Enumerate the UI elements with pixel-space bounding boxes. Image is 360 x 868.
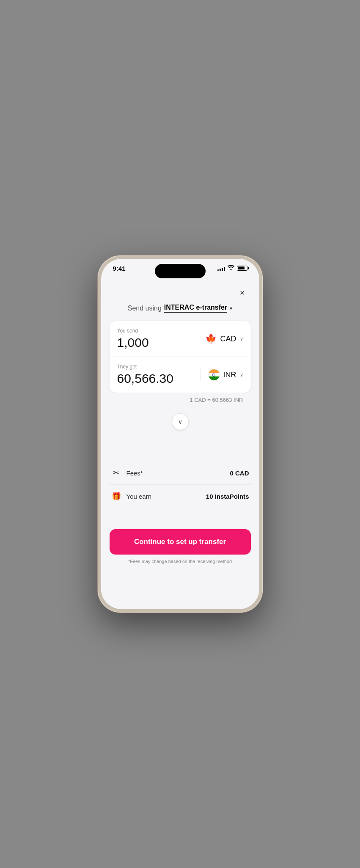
earn-row: 🎁 You earn 10 InstaPoints xyxy=(110,485,251,508)
close-button[interactable]: × xyxy=(236,286,249,299)
receive-label-text: They get xyxy=(117,364,200,370)
phone-screen: 9:41 xyxy=(101,259,259,609)
fees-label: Fees* xyxy=(126,470,230,477)
receive-currency-code: INR xyxy=(223,371,236,379)
continue-button[interactable]: Continue to set up transfer xyxy=(110,529,251,555)
chevron-down-icon: ∨ xyxy=(178,418,182,425)
fees-value: 0 CAD xyxy=(230,470,249,477)
close-button-area: × xyxy=(110,282,251,304)
receive-amount-section: They get 60,566.30 xyxy=(117,364,200,386)
send-currency-code: CAD xyxy=(220,335,236,343)
phone-frame: 9:41 xyxy=(98,255,263,613)
cta-section: Continue to set up transfer *Fees may ch… xyxy=(110,529,251,564)
send-label-text: You send xyxy=(117,328,197,334)
fees-section: ✂ Fees* 0 CAD 🎁 You earn 10 InstaPoints xyxy=(110,461,251,508)
send-label: Send using xyxy=(128,305,162,312)
currency-card: You send 1,000 🍁 CAD ∨ They get xyxy=(110,321,251,393)
gift-icon: 🎁 xyxy=(111,492,121,501)
cad-flag: 🍁 xyxy=(205,333,217,345)
scissors-icon: ✂ xyxy=(111,468,121,478)
receive-amount-value[interactable]: 60,566.30 xyxy=(117,371,200,386)
screen-content: × Send using INTERAC e-transfer ▾ You se… xyxy=(101,282,259,609)
fees-row: ✂ Fees* 0 CAD xyxy=(110,461,251,485)
wifi-icon xyxy=(228,265,234,271)
receive-currency-caret: ∨ xyxy=(240,372,243,378)
signal-icon xyxy=(217,266,225,271)
receive-currency-selector[interactable]: INR ∨ xyxy=(200,369,243,381)
send-amount-section: You send 1,000 xyxy=(117,328,197,350)
send-currency-selector[interactable]: 🍁 CAD ∨ xyxy=(197,333,243,345)
battery-icon xyxy=(237,266,247,271)
exchange-rate: 1 CAD = 60.5663 INR xyxy=(110,393,251,407)
status-icons xyxy=(217,265,247,271)
status-time: 9:41 xyxy=(113,265,126,272)
fees-disclaimer: *Fees may change based on the receiving … xyxy=(110,559,251,564)
earn-label: You earn xyxy=(126,493,206,500)
receive-row: They get 60,566.30 INR ∨ xyxy=(110,357,251,393)
inr-flag xyxy=(208,369,220,381)
canada-flag-emoji: 🍁 xyxy=(205,334,217,343)
send-amount-value[interactable]: 1,000 xyxy=(117,335,197,350)
expand-section: ∨ xyxy=(110,407,251,436)
dynamic-island xyxy=(155,264,206,278)
expand-button[interactable]: ∨ xyxy=(172,413,189,430)
earn-value: 10 InstaPoints xyxy=(206,493,249,500)
send-header: Send using INTERAC e-transfer ▾ xyxy=(110,304,251,313)
send-currency-caret: ∨ xyxy=(240,336,243,342)
send-method[interactable]: INTERAC e-transfer xyxy=(164,304,227,313)
send-row: You send 1,000 🍁 CAD ∨ xyxy=(110,321,251,357)
send-method-dropdown-arrow[interactable]: ▾ xyxy=(230,305,232,311)
